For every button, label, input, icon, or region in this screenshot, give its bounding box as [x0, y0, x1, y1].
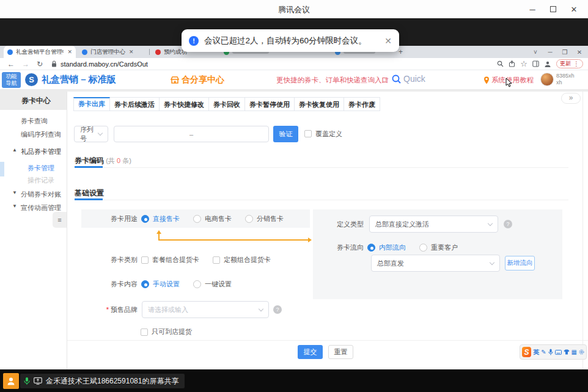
define-type-select[interactable]: 总部直接定义激活 — [369, 216, 498, 233]
update-label: 更新 — [560, 60, 571, 68]
content-onekey-radio[interactable] — [193, 280, 201, 288]
forward-icon[interactable]: → — [22, 60, 29, 68]
quick-search[interactable]: Quick — [392, 74, 425, 84]
menu-dots-icon[interactable]: ⋮ — [573, 60, 579, 67]
usage-distribution-radio[interactable] — [245, 215, 253, 223]
profile-icon[interactable] — [544, 60, 551, 68]
usage-direct-label[interactable]: 直接售卡 — [153, 214, 180, 223]
reset-button[interactable]: 重置 — [328, 345, 353, 359]
flow-row: 券卡流向 内部流向 重要客户 — [306, 243, 458, 252]
help-icon[interactable]: ? — [504, 220, 512, 228]
sidebar-item-card-mgmt[interactable]: 券卡管理 — [0, 163, 67, 173]
tab-card-quick-edit[interactable]: 券卡快捷修改 — [160, 97, 209, 111]
minimize-icon[interactable]: ─ — [522, 0, 543, 18]
notification-close-icon[interactable]: ✕ — [384, 36, 392, 46]
sidebar-group-promo[interactable]: 宣传动画管理 — [0, 203, 67, 212]
tab-close-icon[interactable]: ✕ — [129, 49, 134, 55]
skin-icon[interactable] — [564, 349, 570, 355]
flow-internal-label[interactable]: 内部流向 — [379, 243, 406, 252]
side-panel-icon[interactable] — [532, 60, 539, 67]
tab-card-out[interactable]: 券卡出库 — [73, 97, 110, 111]
basic-underline — [75, 198, 103, 200]
codes-section-title: 券卡编码 (共 0 条) — [75, 156, 131, 166]
close-icon[interactable]: ✕ — [564, 0, 584, 18]
content-manual-radio[interactable] — [141, 280, 149, 288]
back-icon[interactable]: ← — [7, 60, 15, 68]
screen-share-indicator[interactable]: 金禾通技术王斌18662591081的屏幕共享 — [20, 374, 185, 388]
tab-close-icon[interactable]: ✕ — [67, 49, 72, 55]
card-tabs: 券卡出库 券卡后续激活 券卡快捷修改 券卡回收 券卡暂停使用 券卡恢复使用 券卡… — [73, 97, 380, 111]
toolbox-icon[interactable]: ▦ — [571, 349, 577, 355]
refresh-icon[interactable]: ↻ — [37, 60, 43, 68]
sidebar-item-op-log[interactable]: 操作记录 — [0, 175, 67, 185]
store-pickup-checkbox[interactable] — [141, 328, 148, 336]
maximize-icon[interactable] — [543, 0, 564, 18]
tab-card-resume[interactable]: 券卡恢复使用 — [295, 97, 344, 111]
zoom-icon[interactable] — [497, 60, 504, 67]
scrollbar-track[interactable] — [582, 92, 583, 369]
required-asterisk: * — [106, 306, 109, 313]
category-fixed-checkbox[interactable] — [213, 256, 220, 264]
sidebar-group-gift-cards[interactable]: 礼品券卡管理 — [0, 147, 67, 156]
serial-type-select[interactable]: 序列号 — [74, 126, 108, 142]
category-combo-label[interactable]: 套餐组合提货卡 — [152, 255, 199, 264]
add-flow-button[interactable]: 新增流向 — [505, 256, 535, 270]
category-combo-checkbox[interactable] — [141, 256, 149, 264]
tab-card-pause[interactable]: 券卡暂停使用 — [245, 97, 295, 111]
flow-direction-select[interactable]: 总部直发 — [371, 255, 500, 272]
override-checkbox[interactable] — [304, 130, 312, 137]
flow-internal-radio[interactable] — [367, 244, 375, 252]
collapse-panel-button[interactable]: » — [561, 93, 581, 104]
tab-card-recycle[interactable]: 券卡回收 — [209, 97, 245, 111]
sidebar-item-card-query[interactable]: 券卡查询 — [0, 116, 67, 126]
brand-select[interactable]: 请选择或输入 — [142, 301, 269, 318]
bookmark-star-icon[interactable]: ☆ — [520, 59, 527, 68]
sidebar-collapse-handle[interactable]: ≡ — [53, 212, 67, 228]
share-center-link[interactable]: 合分享中心 — [171, 74, 224, 85]
tab-card-activate[interactable]: 券卡后续激活 — [110, 97, 160, 111]
handwriting-icon[interactable]: ✎ — [541, 349, 546, 355]
usage-label: 券卡用途 — [79, 214, 138, 223]
presenter-avatar[interactable] — [3, 373, 19, 389]
url-field[interactable]: standard.maboy.cn/CardsOut — [51, 60, 148, 68]
browser-maximize-icon[interactable]: ❐ — [557, 49, 572, 56]
tab-card-void[interactable]: 券卡作废 — [344, 97, 380, 111]
usage-row: 券卡用途 直接售卡 电商售卡 分销售卡 — [79, 214, 284, 223]
submit-button[interactable]: 提交 — [298, 345, 323, 359]
connector-arrow-right-head — [308, 238, 312, 242]
flow-vip-radio[interactable] — [419, 244, 427, 252]
browser-tab-1[interactable]: 礼盒营销平台管理中心 ✕ — [4, 46, 76, 58]
user-avatar[interactable] — [540, 73, 554, 86]
usage-ecommerce-radio[interactable] — [193, 215, 201, 223]
content-onekey-label[interactable]: 一键设置 — [205, 280, 232, 289]
quick-entry-link[interactable]: 更快捷的券卡、订单和快递查询入口 — [276, 76, 389, 85]
category-label: 券卡类别 — [79, 255, 138, 264]
help-icon[interactable]: ? — [273, 305, 282, 314]
chrome-update-button[interactable]: 更新 ⋮ — [556, 59, 583, 68]
serial-range-input[interactable]: – — [114, 126, 269, 142]
category-fixed-label[interactable]: 定额组合提货卡 — [224, 255, 271, 264]
tutorial-label: 系统使用教程 — [491, 76, 534, 85]
tab-search-chevron-icon[interactable]: ˅ — [528, 49, 543, 56]
sogou-logo[interactable]: S — [522, 347, 531, 357]
verify-button[interactable]: 验证 — [273, 126, 298, 142]
mic-icon[interactable] — [548, 349, 553, 355]
share-icon[interactable] — [509, 60, 515, 67]
keyboard-icon[interactable] — [555, 350, 562, 355]
sidebar-item-code-query[interactable]: 编码序列查询 — [0, 129, 67, 139]
content-manual-label[interactable]: 手动设置 — [153, 280, 180, 289]
flow-vip-label[interactable]: 重要客户 — [431, 243, 458, 252]
usage-direct-radio[interactable] — [141, 215, 149, 223]
shop-icon — [171, 76, 179, 84]
browser-tab-2[interactable]: 门店管理中心 ✕ — [78, 46, 147, 58]
settings-icon[interactable] — [579, 349, 584, 355]
sidebar-group-distribution[interactable]: 分销券卡对账 — [0, 189, 67, 199]
usage-distribution-label[interactable]: 分销售卡 — [257, 214, 284, 223]
store-pickup-label[interactable]: 只可到店提货 — [152, 327, 192, 336]
browser-minimize-icon[interactable]: ─ — [543, 49, 557, 56]
new-tab-icon[interactable]: + — [399, 48, 403, 56]
usage-ecommerce-label[interactable]: 电商售卡 — [205, 214, 232, 223]
language-icon[interactable]: 英 — [533, 349, 539, 355]
browser-close-icon[interactable]: ✕ — [572, 49, 587, 56]
nav-toggle-button[interactable]: 功能 导航 — [2, 72, 21, 88]
